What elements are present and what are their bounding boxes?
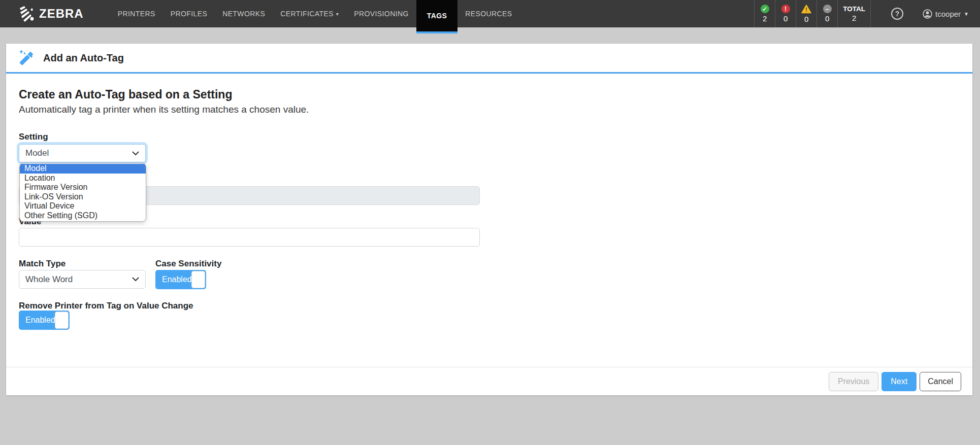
- setting-label: Setting: [19, 132, 48, 142]
- remove-on-change-label: Remove Printer from Tag on Value Change: [19, 301, 193, 311]
- nav-item-tags[interactable]: TAGS: [416, 0, 458, 33]
- previous-button[interactable]: Previous: [829, 372, 878, 391]
- zebra-logo: ZEBRA: [18, 5, 84, 22]
- offline-count: 0: [825, 14, 829, 23]
- offline-minus-icon: –: [823, 5, 832, 13]
- remove-on-change-toggle[interactable]: Enabled: [19, 311, 70, 330]
- case-sensitivity-toggle-state: Enabled: [162, 275, 192, 284]
- toggle-knob: [191, 271, 205, 288]
- case-sensitivity-toggle[interactable]: Enabled: [155, 270, 206, 289]
- value-input[interactable]: [19, 228, 480, 247]
- status-error-counter[interactable]: ! 0: [775, 0, 796, 27]
- caret-down-icon: ▾: [336, 11, 339, 17]
- toggle-knob: [55, 312, 69, 329]
- match-type-select-value: Whole Word: [25, 275, 73, 285]
- nav-links: PRINTERSPROFILESNETWORKSCERTIFICATES▾PRO…: [110, 0, 520, 27]
- next-button[interactable]: Next: [881, 372, 917, 391]
- setting-select-value: Model: [25, 148, 49, 158]
- page-heading: Create an Auto-Tag based on a Setting: [19, 88, 232, 101]
- match-type-select[interactable]: Whole Word: [19, 270, 146, 289]
- zebra-head-icon: [18, 5, 36, 22]
- total-count: 2: [852, 14, 856, 22]
- match-type-label: Match Type: [19, 259, 66, 269]
- user-name: tcooper: [935, 10, 961, 18]
- ok-check-icon: ✓: [761, 5, 769, 13]
- magic-wand-icon: [18, 49, 36, 67]
- nav-item-provisioning[interactable]: PROVISIONING: [346, 0, 416, 27]
- total-label: TOTAL: [843, 5, 865, 13]
- panel-title: Add an Auto-Tag: [43, 52, 124, 64]
- setting-option-firmware-version[interactable]: Firmware Version: [20, 183, 146, 192]
- help-icon[interactable]: ?: [891, 8, 903, 20]
- nav-item-resources[interactable]: RESOURCES: [458, 0, 519, 27]
- warning-count: 0: [804, 15, 808, 23]
- ok-count: 2: [763, 14, 767, 23]
- brand-text: ZEBRA: [39, 7, 84, 21]
- case-sensitivity-label: Case Sensitivity: [155, 259, 221, 269]
- user-menu[interactable]: tcooper ▼: [923, 9, 969, 19]
- status-total-counter[interactable]: TOTAL 2: [837, 0, 871, 27]
- status-offline-counter[interactable]: – 0: [816, 0, 837, 27]
- setting-dropdown-list: ModelLocationFirmware VersionLink-OS Ver…: [19, 163, 146, 222]
- error-exclamation-icon: !: [781, 5, 790, 13]
- panel-footer: Previous Next Cancel: [6, 367, 972, 395]
- warning-triangle-icon: !: [801, 5, 811, 14]
- setting-select[interactable]: Model: [19, 144, 146, 162]
- nav-item-networks[interactable]: NETWORKS: [215, 0, 273, 27]
- user-caret-icon: ▼: [964, 11, 969, 17]
- status-ok-counter[interactable]: ✓ 2: [754, 0, 775, 27]
- user-avatar-icon: [923, 9, 932, 19]
- setting-option-location[interactable]: Location: [20, 174, 146, 183]
- setting-option-other-setting-sgd[interactable]: Other Setting (SGD): [20, 211, 146, 221]
- panel-header: Add an Auto-Tag: [6, 44, 972, 74]
- setting-option-model[interactable]: Model: [20, 164, 146, 174]
- nav-item-profiles[interactable]: PROFILES: [163, 0, 215, 27]
- nav-item-printers[interactable]: PRINTERS: [110, 0, 163, 27]
- setting-option-virtual-device[interactable]: Virtual Device: [20, 201, 146, 211]
- setting-option-link-os-version[interactable]: Link-OS Version: [20, 192, 146, 202]
- status-warning-counter[interactable]: ! 0: [796, 0, 816, 27]
- add-auto-tag-panel: Add an Auto-Tag Create an Auto-Tag based…: [6, 44, 972, 395]
- page-subheading: Automatically tag a printer when its set…: [19, 104, 309, 115]
- chevron-down-icon: [132, 151, 139, 156]
- remove-on-change-toggle-state: Enabled: [25, 316, 55, 325]
- printer-status-counters: ✓ 2 ! 0 ! 0 – 0 TOTAL 2: [754, 0, 871, 27]
- chevron-down-icon: [132, 277, 139, 282]
- error-count: 0: [783, 14, 788, 23]
- svg-text:!: !: [805, 7, 807, 13]
- cancel-button[interactable]: Cancel: [920, 372, 961, 391]
- nav-item-certificates[interactable]: CERTIFICATES▾: [273, 0, 346, 27]
- top-nav: ZEBRA PRINTERSPROFILESNETWORKSCERTIFICAT…: [0, 0, 980, 27]
